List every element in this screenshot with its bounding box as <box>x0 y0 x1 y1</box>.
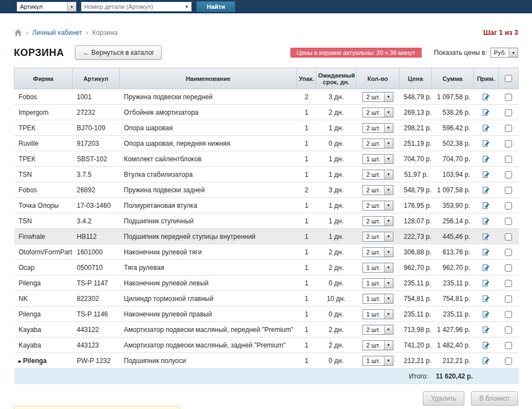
qty-cell: 1 шт. ▼ <box>356 291 400 306</box>
quantity-select[interactable]: 1 шт. ▼ <box>362 294 393 304</box>
quantity-select[interactable]: 1 шт. ▼ <box>362 154 393 164</box>
quantity-select[interactable]: 2 шт. ▼ <box>362 139 393 149</box>
qty-cell: 2 шт. ▼ <box>356 167 400 182</box>
cart-row: ▸Finwhale HB112 Подшипник передней ступи… <box>14 229 519 244</box>
quantity-value: 1 шт. <box>363 264 384 271</box>
chevron-down-icon[interactable]: ▼ <box>182 4 191 9</box>
currency-select[interactable]: Руб. ▼ <box>490 48 518 58</box>
row-checkbox[interactable] <box>505 264 512 272</box>
quantity-select[interactable]: 2 шт. ▼ <box>362 92 393 102</box>
row-checkbox[interactable] <box>505 357 512 365</box>
note-edit-icon[interactable] <box>482 124 490 132</box>
quantity-select[interactable]: 2 шт. ▼ <box>362 123 393 133</box>
select-cell <box>499 291 519 306</box>
note-edit-icon[interactable] <box>482 248 490 256</box>
price-cell: 128,07 р. <box>400 213 432 229</box>
delete-button[interactable]: Удалить <box>423 391 465 406</box>
quantity-select[interactable]: 1 шт. ▼ <box>362 263 393 273</box>
select-all-checkbox[interactable] <box>505 75 512 82</box>
note-edit-icon[interactable] <box>482 186 490 194</box>
note-edit-icon[interactable] <box>482 310 490 318</box>
row-checkbox[interactable] <box>505 326 512 334</box>
row-checkbox[interactable] <box>505 311 512 318</box>
row-checkbox[interactable] <box>505 342 512 349</box>
note-edit-icon[interactable] <box>482 233 490 241</box>
home-icon[interactable] <box>14 29 22 37</box>
note-edit-icon[interactable] <box>482 264 490 272</box>
row-checkbox[interactable] <box>505 249 512 256</box>
quantity-select[interactable]: 2 шт. ▼ <box>362 108 393 117</box>
select-cell <box>499 120 519 136</box>
price-cell: 962,70 р. <box>400 260 432 275</box>
term-cell: 1 дн. <box>316 229 356 244</box>
row-checkbox[interactable] <box>505 233 512 241</box>
note-cell <box>474 167 499 182</box>
sum-cell: 235,11 р. <box>432 275 474 291</box>
note-edit-icon[interactable] <box>482 295 490 303</box>
article-cell: BJ70-109 <box>73 120 120 136</box>
quantity-select[interactable]: 2 шт. ▼ <box>362 232 393 242</box>
note-edit-icon[interactable] <box>482 202 490 209</box>
firm-cell: ▸Ruville <box>14 136 73 151</box>
cart-row: ▸Impergom 27232 Отбойник амортизатора 1 … <box>14 105 519 120</box>
cart-row: ▸Fobos 1001 Пружина подвески передней 2 … <box>14 89 519 105</box>
quantity-select[interactable]: 1 шт. ▼ <box>362 356 393 366</box>
quantity-select[interactable]: 2 шт. ▼ <box>362 340 393 350</box>
note-edit-icon[interactable] <box>482 341 490 349</box>
firm-cell: ▸NK <box>14 291 73 306</box>
column-header-qty: Кол-во <box>356 68 400 89</box>
row-checkbox[interactable] <box>505 140 512 147</box>
note-edit-icon[interactable] <box>482 93 490 101</box>
price-cell: 269,13 р. <box>400 105 432 120</box>
pack-cell: 1 <box>297 260 316 275</box>
back-to-catalog-button[interactable]: ← Вернуться в каталог <box>75 45 162 60</box>
price-cell: 704,70 р. <box>400 151 432 167</box>
quantity-select[interactable]: 2 шт. ▼ <box>362 325 393 335</box>
row-checkbox[interactable] <box>505 156 512 163</box>
name-cell: Пружина подвески передней <box>120 89 297 105</box>
quantity-select[interactable]: 1 шт. ▼ <box>362 309 393 319</box>
search-button[interactable]: Найти <box>196 1 236 12</box>
row-checkbox[interactable] <box>505 295 512 303</box>
row-checkbox[interactable] <box>505 109 512 116</box>
quantity-select[interactable]: 2 шт. ▼ <box>362 185 393 195</box>
quantity-select[interactable]: 2 шт. ▼ <box>362 201 393 211</box>
chevron-down-icon: ▼ <box>384 310 393 319</box>
quantity-select[interactable]: 2 шт. ▼ <box>362 247 393 257</box>
cart-row: ▸Kayaba 443123 Амортизатор подвески масл… <box>14 338 519 353</box>
note-cell <box>474 322 499 338</box>
note-edit-icon[interactable] <box>482 140 490 147</box>
note-edit-icon[interactable] <box>482 279 490 287</box>
row-checkbox[interactable] <box>505 171 512 178</box>
row-checkbox[interactable] <box>505 187 512 194</box>
row-checkbox[interactable] <box>505 202 512 209</box>
name-cell: Наконечник рулевой левый <box>120 275 297 291</box>
row-checkbox[interactable] <box>505 280 512 287</box>
note-edit-icon[interactable] <box>482 155 490 163</box>
quantity-value: 2 шт. <box>363 202 384 209</box>
row-checkbox[interactable] <box>505 125 512 132</box>
quantity-select[interactable]: 2 шт. ▼ <box>362 216 393 226</box>
qty-cell: 2 шт. ▼ <box>356 89 400 105</box>
show-prices-control: Показать цены в: Руб. ▼ <box>434 48 518 58</box>
quantity-value: 1 шт. <box>363 295 384 302</box>
term-cell: 0 дн. <box>316 136 356 151</box>
search-type-select[interactable]: Артикул ▼ <box>17 2 76 12</box>
name-cell: Цилиндр тормозной главный <box>120 291 297 306</box>
quantity-select[interactable]: 1 шт. ▼ <box>362 278 393 288</box>
firm-cell: ▸TSN <box>14 167 73 182</box>
note-edit-icon[interactable] <box>482 357 490 365</box>
notebook-button[interactable]: В блокнот <box>471 391 518 406</box>
note-edit-icon[interactable] <box>482 217 490 225</box>
row-checkbox[interactable] <box>505 218 512 225</box>
qty-cell: 1 шт. ▼ <box>356 275 400 291</box>
step-indicator: Шаг 1 из 3 <box>483 29 518 37</box>
row-checkbox[interactable] <box>505 94 512 101</box>
breadcrumb-link-account[interactable]: Личный кабинет <box>32 29 82 37</box>
search-input[interactable] <box>81 3 182 10</box>
qty-cell: 2 шт. ▼ <box>356 338 400 353</box>
note-edit-icon[interactable] <box>482 109 490 116</box>
note-edit-icon[interactable] <box>482 171 490 178</box>
quantity-select[interactable]: 2 шт. ▼ <box>362 170 393 180</box>
note-edit-icon[interactable] <box>482 326 490 334</box>
